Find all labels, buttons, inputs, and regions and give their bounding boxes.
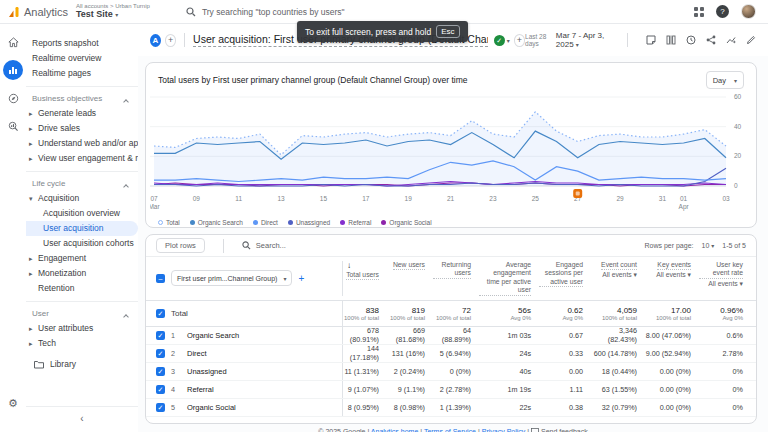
- sidebar-item-realtime-pages[interactable]: Realtime pages: [26, 66, 138, 81]
- sidebar-item-acquisition-overview[interactable]: Acquisition overview: [26, 206, 138, 221]
- svg-text:17: 17: [362, 195, 370, 202]
- sidebar-item-user-attributes[interactable]: ▸User attributes: [26, 321, 138, 336]
- row-checkbox[interactable]: ✓: [156, 403, 165, 412]
- clock-icon[interactable]: [686, 34, 696, 46]
- table-row[interactable]: ✓3Unassigned11 (1.31%)2 (0.24%)0 (0%)40s…: [146, 363, 756, 381]
- metric-cell: 144 (17.18%): [343, 345, 387, 362]
- compare-icon[interactable]: [666, 34, 676, 46]
- metric-cell: 9 (1.1%): [387, 381, 433, 398]
- home-icon[interactable]: [3, 32, 23, 52]
- legend-label: Unassigned: [296, 219, 330, 226]
- share-icon[interactable]: [706, 34, 716, 46]
- data-quality-indicator[interactable]: ✓ ▾: [494, 35, 510, 46]
- totals-value: 0.96%: [720, 306, 743, 315]
- column-event-filter[interactable]: All events ▾: [708, 280, 743, 288]
- legend-item-referral[interactable]: Referral: [340, 219, 371, 226]
- column-header-new-users[interactable]: New users: [387, 261, 433, 296]
- sidebar-item-realtime-overview[interactable]: Realtime overview: [26, 51, 138, 66]
- comparison-chip[interactable]: A: [150, 34, 161, 47]
- divider: [223, 239, 224, 253]
- sidebar-item-retention[interactable]: Retention: [26, 281, 138, 296]
- help-icon[interactable]: ?: [716, 5, 729, 18]
- table-row[interactable]: ✓5Organic Social8 (0.95%)8 (0.98%)1 (1.3…: [146, 399, 756, 417]
- table-row[interactable]: ✓2Direct144 (17.18%)131 (16%)5 (6.94%)24…: [146, 345, 756, 363]
- global-search[interactable]: Try searching "top countries by users": [186, 7, 694, 17]
- select-all-checkbox[interactable]: –: [156, 274, 165, 283]
- account-switcher[interactable]: All accounts > Urban Turnip Test Site ▾: [76, 3, 150, 19]
- row-checkbox[interactable]: ✓: [156, 385, 165, 394]
- nav-section-life-cycle[interactable]: Life cycle: [26, 171, 138, 191]
- metric-cell: 22s: [479, 399, 539, 416]
- divider: [184, 33, 185, 47]
- apps-grid-icon[interactable]: [694, 7, 704, 17]
- add-comparison-button[interactable]: +: [165, 34, 176, 47]
- plot-rows-button[interactable]: Plot rows: [156, 238, 205, 253]
- legend-item-direct[interactable]: Direct: [253, 219, 278, 226]
- add-dimension-button[interactable]: +: [298, 273, 304, 284]
- sidebar-item-engagement[interactable]: ▸Engagement: [26, 251, 138, 266]
- legend-item-organic-social[interactable]: Organic Social: [381, 219, 431, 226]
- legend-item-organic-search[interactable]: Organic Search: [190, 219, 243, 226]
- row-checkbox[interactable]: ✓: [156, 331, 165, 340]
- column-header-returning-users[interactable]: Returning users: [433, 261, 479, 296]
- analytics-logo[interactable]: Analytics: [0, 6, 72, 18]
- metric-cell: 18 (0.44%): [591, 363, 645, 380]
- column-header-event-count[interactable]: Event countAll events ▾: [591, 261, 645, 296]
- row-checkbox[interactable]: ✓: [156, 349, 165, 358]
- metric-cell: 600 (14.78%): [591, 345, 645, 362]
- row-rank: 4: [171, 385, 181, 394]
- gear-icon[interactable]: ⚙: [0, 397, 26, 410]
- column-event-filter[interactable]: All events ▾: [656, 271, 691, 279]
- insights-icon[interactable]: [726, 34, 736, 46]
- sidebar-item-drive-sales[interactable]: ▸Drive sales: [26, 121, 138, 136]
- column-header-user-key-event-rate[interactable]: User key event rateAll events ▾: [699, 261, 751, 296]
- sidebar-item-reports-snapshot[interactable]: Reports snapshot: [26, 36, 138, 51]
- column-header-key-events[interactable]: Key eventsAll events ▾: [645, 261, 699, 296]
- column-header-engaged-sessions-per-active-user[interactable]: Engaged sessions per active user: [539, 261, 591, 296]
- nav-section-user[interactable]: User: [26, 301, 138, 321]
- table-search-input[interactable]: Search...: [242, 241, 286, 250]
- sidebar-item-acquisition[interactable]: ▾Acquisition: [26, 191, 138, 206]
- date-range-picker[interactable]: Mar 7 - Apr 3, 2025 ▾: [556, 31, 610, 49]
- sidebar-item-generate-leads[interactable]: ▸Generate leads: [26, 106, 138, 121]
- sidebar-item-label: Acquisition overview: [43, 208, 120, 218]
- sidebar-item-monetization[interactable]: ▸Monetization: [26, 266, 138, 281]
- table-row[interactable]: ✓1Organic Search678 (80.91%)669 (81.68%)…: [146, 327, 756, 345]
- row-checkbox[interactable]: ✓: [156, 367, 165, 376]
- rows-per-page-select[interactable]: 10 ▾: [701, 242, 714, 249]
- sidebar-item-tech[interactable]: ▸Tech: [26, 336, 138, 351]
- edit-icon[interactable]: [746, 34, 756, 46]
- legend-item-unassigned[interactable]: Unassigned: [288, 219, 330, 226]
- advertising-icon[interactable]: [3, 116, 23, 136]
- sidebar-item-user-acquisition[interactable]: User acquisition: [26, 221, 138, 236]
- table-card: Plot rows Search... Rows per page: 10 ▾ …: [145, 234, 757, 424]
- granularity-select[interactable]: Day▾: [706, 71, 744, 89]
- table-row[interactable]: ✓4Referral9 (1.07%)9 (1.1%)2 (2.78%)1m 1…: [146, 381, 756, 399]
- sidebar-item-label: User acquisition: [43, 223, 103, 233]
- metric-cell: 0.6%: [699, 327, 751, 344]
- footer-feedback[interactable]: Send feedback: [541, 428, 588, 432]
- note-icon[interactable]: [646, 34, 656, 46]
- legend-item-total[interactable]: Total: [158, 219, 180, 226]
- dimension-select[interactable]: First user prim...Channel Group)▾: [171, 270, 292, 286]
- sidebar-item-user-acquisition-cohorts[interactable]: User acquisition cohorts: [26, 236, 138, 251]
- column-header-total-users[interactable]: ↓Total users: [343, 261, 387, 296]
- add-metric-button[interactable]: +: [514, 34, 525, 47]
- row-checkbox[interactable]: ✓: [156, 309, 165, 318]
- explore-icon[interactable]: [3, 88, 23, 108]
- sidebar-item-understand-web-and-or-app-t[interactable]: ▸Understand web and/or app t...: [26, 136, 138, 151]
- sidebar-item-view-user-engagement-rete[interactable]: ▸View user engagement & rete...: [26, 151, 138, 166]
- column-header-average-engagement-time-per-active-user[interactable]: Average engagement time per active user: [479, 261, 539, 296]
- avatar[interactable]: [741, 4, 756, 19]
- footer-link-terms[interactable]: Terms of Service: [424, 428, 476, 432]
- metric-cell: 9.00 (52.94%): [645, 345, 699, 362]
- rows-per-page-label: Rows per page:: [644, 242, 693, 249]
- reports-icon[interactable]: [3, 60, 23, 80]
- sidebar-collapse-button[interactable]: ‹: [26, 406, 138, 424]
- column-event-filter[interactable]: All events ▾: [602, 271, 637, 279]
- table-body: ✓1Organic Search678 (80.91%)669 (81.68%)…: [146, 327, 756, 417]
- nav-section-business-objectives[interactable]: Business objectives: [26, 86, 138, 106]
- footer-link-privacy[interactable]: Privacy Policy: [482, 428, 526, 432]
- footer-link-analytics-home[interactable]: Analytics home: [371, 428, 418, 432]
- sidebar-item-library[interactable]: Library: [26, 356, 138, 372]
